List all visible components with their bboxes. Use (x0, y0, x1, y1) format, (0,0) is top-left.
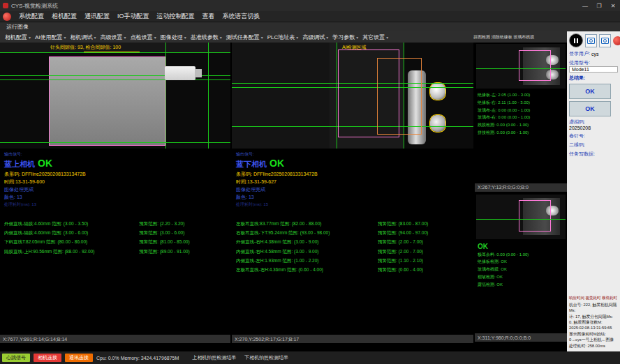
measurement-row: 外侧直线-隔膜:4.60mm 范围: (3.00 - 3.50) 预警范围: (… (4, 219, 226, 228)
result-ok-badge: OK (270, 158, 284, 169)
tool-spotcheck-settings[interactable]: 点检设置 (128, 33, 158, 41)
pin-row: 卷针号: (569, 132, 618, 139)
thumb-measure: 玻璃布-右: 0.00 (0.00 - 1.00) (478, 114, 564, 121)
camera-link-badge: 相机连接 (34, 354, 61, 362)
menu-item-language[interactable]: 系统语言切换 (223, 12, 260, 21)
warn-range: 预警范围: (1.10 - 2.10) (378, 256, 469, 265)
tool-baseline-params[interactable]: 基准线参数 (189, 33, 224, 41)
measure-line-icon (0, 52, 230, 53)
panel-upper-camera: 针头间隙值: 93, 检合间隙值: 100 输出信号: 蓝上相机 OK 条形码:… (0, 43, 230, 343)
menu-item-view[interactable]: 查看 (202, 12, 215, 21)
menu-item-comm-config[interactable]: 通讯配置 (84, 12, 110, 21)
menu-item-motion-config[interactable]: 运动控制配置 (157, 12, 195, 21)
virtual-code-label: 虚拟码: (569, 119, 585, 126)
tool-advanced-debug[interactable]: 高级调试 (300, 33, 330, 41)
thumb-measure: 露箔检测: OK (478, 281, 564, 289)
thumb-caption: 拼图检测 消除绝缘板 玻璃布残膜 (473, 34, 567, 40)
camera-view-upper[interactable]: 针头间隙值: 93, 检合间隙值: 100 (0, 43, 230, 149)
measure-line-icon (0, 79, 230, 80)
app-logo-icon (3, 13, 11, 21)
lower-camera-button[interactable] (599, 34, 611, 47)
tool-other-settings[interactable]: 其它设置 (360, 33, 390, 41)
measure-value: 外侧直线-隔膜:4.60mm 范围: (3.00 - 3.50) (4, 219, 139, 228)
result-title-row: 蓝上相机 OK (4, 158, 226, 169)
measurement-row: 左极耳直线-右H:4.36mm 范围: (0.60 - 4.00) 预警范围: … (236, 265, 469, 274)
measure-value: 下料直线T:82.05mm 范围: (80.00 - 86.00) (4, 237, 139, 246)
warn-range: 预警范围: (2.00 - 7.00) (378, 237, 469, 246)
camera-view-lower[interactable]: AI检测区域 (232, 43, 473, 149)
camera-result-links[interactable]: 上相机拍照检测结果 下相机拍照检测结果 (192, 354, 288, 361)
tool-advanced-settings[interactable]: 高级设置 (98, 33, 128, 41)
tool-camera-debug[interactable]: 相机调试 (68, 33, 98, 41)
window-title: CYS-视觉检测系统 (11, 2, 58, 10)
tool-ai-config[interactable]: AI使用配置 (33, 33, 68, 41)
tab-run-image[interactable]: 运行图像 (0, 23, 35, 31)
menu-item-camera-config[interactable]: 相机配置 (52, 12, 77, 21)
upper-camera-button[interactable] (585, 34, 597, 47)
barcode-text: 条形码: DFFIine2025020813313472B (236, 171, 469, 179)
tool-plc-address[interactable]: PLC地址表 (265, 33, 301, 41)
close-button[interactable]: ✕ (606, 0, 620, 11)
thumb-view-top[interactable] (476, 44, 566, 89)
total-result-row: 总结果: (569, 75, 618, 82)
login-value: cys (591, 52, 599, 56)
pause-button[interactable] (569, 33, 583, 47)
thumb-view-bottom[interactable] (476, 195, 566, 239)
tool-learning-params[interactable]: 学习参数 (330, 33, 360, 41)
measure-value: 内侧直线-隔膜:4.60mm 范围: (3.00 - 6.00) (4, 228, 139, 237)
thumb-ok-badge: OK (478, 243, 564, 250)
menu-item-io-manual[interactable]: IO手动配置 (117, 12, 149, 21)
menu-item-system-config[interactable]: 系统配置 (19, 12, 44, 21)
tab-strip: 运行图像 (0, 22, 620, 31)
pixel-status-thumb-top: X:267;Y:13;R:0;G:0;B:0 (475, 183, 567, 192)
output-label: 输出信号: (4, 151, 226, 157)
warn-range: 预警范围: (0.60 - 4.00) (378, 265, 469, 274)
ai-region-label: AI检测区域 (342, 44, 367, 51)
measure-line-icon (208, 43, 209, 149)
tool-camera-config[interactable]: 相机配置 (3, 33, 33, 41)
warn-range: 预警范围: (3.00 - 6.00) (139, 228, 226, 237)
tool-image-processing[interactable]: 图像处理 (158, 33, 189, 41)
thumb-results-bottom: OK 极耳余料: 0.00 (0.00 - 1.00) 绝缘板检测: OK 玻璃… (475, 241, 567, 334)
measurement-row: 内侧直线-右H:4.58mm 范围: (3.00 - 9.00) 预警范围: (… (236, 247, 469, 256)
measurement-row: 右极耳直线-下T:95.24mm 范围: (93.00 - 98.00) 预警范… (236, 228, 469, 237)
thumb-roi-rect (519, 200, 551, 231)
side-controls (569, 33, 618, 47)
connector-part (165, 66, 195, 80)
thumb-measure: 残膜检测: 0.00 (0.00 - 1.00) (478, 121, 564, 129)
camera-name: 蓝上相机 (4, 159, 35, 169)
thumb-measure: 玻璃布残膜: OK (478, 266, 564, 273)
reflective-part (430, 83, 445, 100)
menubar: 系统配置 相机配置 通讯配置 IO手动配置 运动控制配置 查看 系统语言切换 (0, 11, 620, 22)
measure-value: 内侧直线-右H:4.58mm 范围: (3.00 - 9.00) (236, 247, 378, 256)
total-result-box-upper: OK (569, 84, 611, 99)
minimize-button[interactable]: — (578, 0, 592, 11)
tool-test-task-config[interactable]: 测试任务配置 (224, 33, 265, 41)
time-text: 时间:13-31-59-600 (4, 179, 226, 186)
stats-header: 响应时间 视觉耗时 模块耗时 (569, 296, 619, 301)
model-select[interactable]: Mode11 (569, 66, 618, 73)
stats-block: 响应时间 视觉耗时 模块耗时 机台号: 222, 触发相机间隔Ms: 计: 17… (569, 296, 619, 349)
warn-range: 预警范围: (83.00 - 87.00) (378, 219, 469, 228)
color-text: 颜色: 13 (236, 194, 469, 202)
qr-label: 二维码: (569, 142, 585, 149)
barcode-text: 条形码: DFFIine2025020813313472B (4, 171, 226, 179)
machinery-slab (232, 43, 330, 149)
process-done-text: 图像处理完成 (236, 186, 469, 194)
measurement-row: 下料直线T:82.05mm 范围: (80.00 - 86.00) 预警范围: … (4, 237, 226, 246)
panel-lower-camera: AI检测区域 输出信号: 蓝下相机 OK 条形码: DFFIine2025020… (232, 43, 473, 343)
camera-icon (601, 38, 609, 44)
result-title-row: 蓝下相机 OK (236, 158, 469, 169)
reflective-part (430, 115, 445, 132)
measure-value: 内侧直线-左H:1.93mm 范围: (1.00 - 2.20) (236, 256, 378, 265)
login-row: 登录用户: cys (569, 50, 618, 57)
measurement-table: 外侧直线-隔膜:4.60mm 范围: (3.00 - 3.50) 预警范围: (… (4, 219, 226, 256)
measurement-row: 内侧直线-左H:1.93mm 范围: (1.00 - 2.20) 预警范围: (… (236, 256, 469, 265)
virtual-code-row: 虚拟码: (569, 119, 618, 126)
maximize-button[interactable]: ❐ (592, 0, 606, 11)
thumb-results-top: 绝缘板-左: 2.05 (1.00 - 3.00) 绝缘板-右: 2.11 (1… (475, 90, 567, 183)
gap-overlay-text: 针头间隙值: 93, 检合间隙值: 100 (50, 44, 121, 51)
measurement-row: 内侧直线-隔膜:4.60mm 范围: (3.00 - 6.00) 预警范围: (… (4, 228, 226, 237)
thumb-measure: 绝缘板-左: 2.05 (1.00 - 3.00) (478, 91, 564, 99)
measurement-row: 外侧直线-右H:4.38mm 范围: (3.00 - 9.00) 预警范围: (… (236, 237, 469, 246)
